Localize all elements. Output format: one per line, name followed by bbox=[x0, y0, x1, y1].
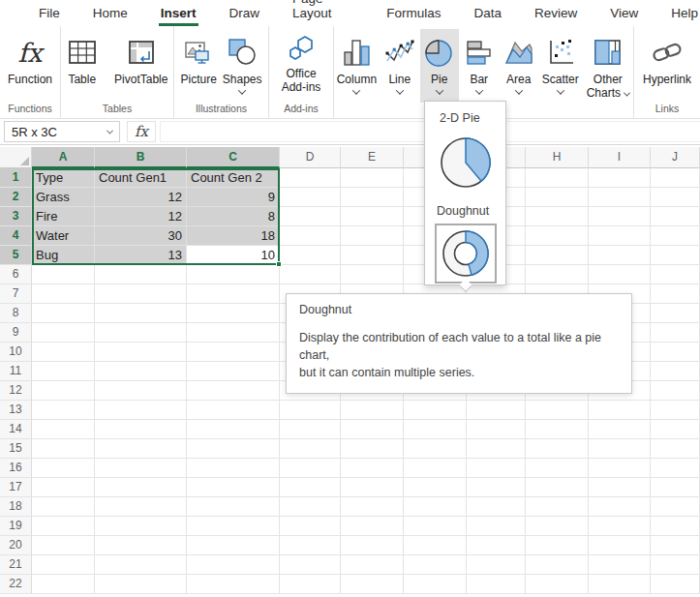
menu-tab-page-layout[interactable]: Page Layout bbox=[290, 0, 355, 26]
cell-I2[interactable] bbox=[589, 188, 651, 207]
cell-A14[interactable] bbox=[32, 420, 95, 439]
cell-D19[interactable] bbox=[280, 517, 341, 536]
cell-E3[interactable] bbox=[341, 207, 404, 226]
cell-B2[interactable]: 12 bbox=[95, 188, 187, 207]
cell-B12[interactable] bbox=[95, 381, 187, 401]
cell-F14[interactable] bbox=[404, 420, 467, 439]
cell-F17[interactable] bbox=[404, 478, 467, 497]
row-header-3[interactable]: 3 bbox=[0, 207, 32, 226]
cell-B18[interactable] bbox=[95, 497, 187, 517]
cell-D18[interactable] bbox=[280, 497, 341, 517]
doughnut-option[interactable] bbox=[435, 224, 497, 284]
menu-tab-review[interactable]: Review bbox=[533, 1, 579, 26]
cell-E20[interactable] bbox=[341, 536, 404, 555]
cell-E19[interactable] bbox=[341, 517, 404, 536]
cell-J14[interactable] bbox=[651, 420, 700, 439]
cell-E1[interactable] bbox=[341, 168, 404, 188]
cell-B9[interactable] bbox=[95, 323, 187, 343]
cell-B22[interactable] bbox=[95, 575, 187, 594]
row-header-13[interactable]: 13 bbox=[0, 401, 32, 420]
cell-A5[interactable]: Bug bbox=[32, 246, 95, 265]
row-header-8[interactable]: 8 bbox=[0, 304, 32, 323]
cell-A8[interactable] bbox=[32, 304, 95, 323]
cell-D3[interactable] bbox=[280, 207, 341, 226]
shapes-button[interactable]: Shapes bbox=[221, 29, 268, 98]
row-header-1[interactable]: 1 bbox=[0, 168, 32, 188]
cell-E13[interactable] bbox=[341, 401, 404, 420]
row-header-10[interactable]: 10 bbox=[0, 343, 32, 362]
column-header-J[interactable]: J bbox=[651, 147, 700, 168]
cell-G19[interactable] bbox=[467, 517, 526, 536]
cell-C11[interactable] bbox=[187, 362, 280, 381]
insert-function-button[interactable]: fx bbox=[127, 121, 156, 142]
cell-G17[interactable] bbox=[467, 478, 526, 497]
cell-C18[interactable] bbox=[187, 497, 280, 517]
cell-J6[interactable] bbox=[651, 265, 700, 284]
cell-H2[interactable] bbox=[526, 188, 589, 207]
cell-J9[interactable] bbox=[651, 323, 700, 343]
cell-D13[interactable] bbox=[280, 401, 341, 420]
row-header-20[interactable]: 20 bbox=[0, 536, 32, 555]
menu-tab-file[interactable]: File bbox=[37, 1, 62, 26]
cell-B13[interactable] bbox=[95, 401, 187, 420]
cell-G16[interactable] bbox=[467, 459, 526, 478]
cell-C17[interactable] bbox=[187, 478, 280, 497]
cell-E5[interactable] bbox=[341, 246, 404, 265]
cell-A12[interactable] bbox=[32, 381, 95, 401]
cell-H14[interactable] bbox=[526, 420, 589, 439]
cell-I21[interactable] bbox=[589, 555, 651, 575]
cell-J18[interactable] bbox=[651, 497, 700, 517]
cell-B20[interactable] bbox=[95, 536, 187, 555]
menu-tab-view[interactable]: View bbox=[608, 1, 640, 26]
column-header-H[interactable]: H bbox=[526, 147, 589, 168]
cell-H17[interactable] bbox=[526, 478, 589, 497]
cell-C5[interactable]: 10 bbox=[187, 246, 280, 265]
menu-tab-insert[interactable]: Insert bbox=[159, 1, 198, 26]
cell-G14[interactable] bbox=[467, 420, 526, 439]
cell-I1[interactable] bbox=[589, 168, 651, 188]
cell-G21[interactable] bbox=[467, 555, 526, 575]
menu-tab-home[interactable]: Home bbox=[91, 1, 130, 26]
column-header-C[interactable]: C bbox=[187, 147, 280, 168]
select-all-corner[interactable] bbox=[0, 147, 32, 168]
cell-B4[interactable]: 30 bbox=[95, 226, 187, 246]
row-header-15[interactable]: 15 bbox=[0, 439, 32, 459]
cell-F18[interactable] bbox=[404, 497, 467, 517]
cell-E14[interactable] bbox=[341, 420, 404, 439]
cell-F19[interactable] bbox=[404, 517, 467, 536]
cell-B16[interactable] bbox=[95, 459, 187, 478]
cell-H16[interactable] bbox=[526, 459, 589, 478]
name-box[interactable]: 5R x 3C bbox=[4, 121, 120, 142]
cell-C3[interactable]: 8 bbox=[187, 207, 280, 226]
cell-G20[interactable] bbox=[467, 536, 526, 555]
cell-H3[interactable] bbox=[526, 207, 589, 226]
row-header-18[interactable]: 18 bbox=[0, 497, 32, 517]
cell-A21[interactable] bbox=[32, 555, 95, 575]
cell-J15[interactable] bbox=[651, 439, 700, 459]
column-header-I[interactable]: I bbox=[589, 147, 651, 168]
cell-E16[interactable] bbox=[341, 459, 404, 478]
cell-H21[interactable] bbox=[526, 555, 589, 575]
row-header-17[interactable]: 17 bbox=[0, 478, 32, 497]
cell-A16[interactable] bbox=[32, 459, 95, 478]
row-header-12[interactable]: 12 bbox=[0, 381, 32, 401]
cell-J3[interactable] bbox=[651, 207, 700, 226]
cell-F22[interactable] bbox=[404, 575, 467, 594]
cell-H19[interactable] bbox=[526, 517, 589, 536]
cell-D4[interactable] bbox=[280, 226, 341, 246]
cell-J2[interactable] bbox=[651, 188, 700, 207]
cell-F16[interactable] bbox=[404, 459, 467, 478]
cell-B14[interactable] bbox=[95, 420, 187, 439]
cell-A19[interactable] bbox=[32, 517, 95, 536]
cell-C7[interactable] bbox=[187, 284, 280, 304]
cell-D1[interactable] bbox=[280, 168, 341, 188]
menu-tab-help[interactable]: Help bbox=[669, 1, 700, 26]
menu-tab-draw[interactable]: Draw bbox=[228, 1, 262, 26]
2d-pie-option[interactable] bbox=[425, 135, 505, 190]
cell-A3[interactable]: Fire bbox=[32, 207, 95, 226]
cell-H18[interactable] bbox=[526, 497, 589, 517]
cell-I13[interactable] bbox=[589, 401, 651, 420]
row-header-9[interactable]: 9 bbox=[0, 323, 32, 343]
cell-G15[interactable] bbox=[467, 439, 526, 459]
cell-J22[interactable] bbox=[651, 575, 700, 594]
